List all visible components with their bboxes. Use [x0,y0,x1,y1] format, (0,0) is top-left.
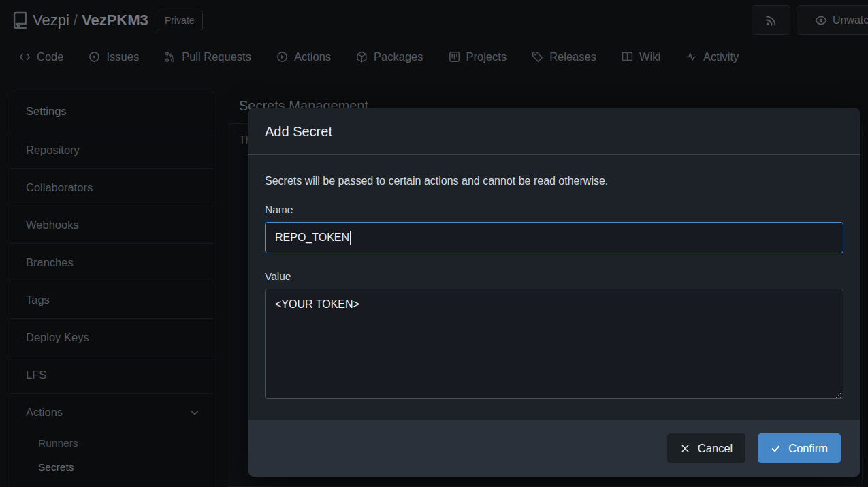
cancel-label: Cancel [698,442,733,455]
secret-value-textarea[interactable]: <YOUR TOKEN> [265,289,843,399]
modal-actions: Cancel Confirm [248,420,860,477]
x-icon [680,443,690,454]
add-secret-modal: Add Secret Secrets will be passed to cer… [248,108,860,477]
confirm-button[interactable]: Confirm [758,433,841,463]
modal-body: Secrets will be passed to certain action… [248,155,860,399]
modal-description: Secrets will be passed to certain action… [265,175,843,187]
value-field-label: Value [265,270,843,283]
confirm-label: Confirm [788,442,828,455]
name-field-label: Name [265,204,843,216]
modal-title: Add Secret [248,108,860,155]
cancel-button[interactable]: Cancel [667,433,745,463]
text-cursor [350,231,351,245]
check-icon [771,443,781,454]
secret-name-input[interactable]: REPO_TOKEN [265,222,843,253]
secret-name-value: REPO_TOKEN [275,232,349,244]
